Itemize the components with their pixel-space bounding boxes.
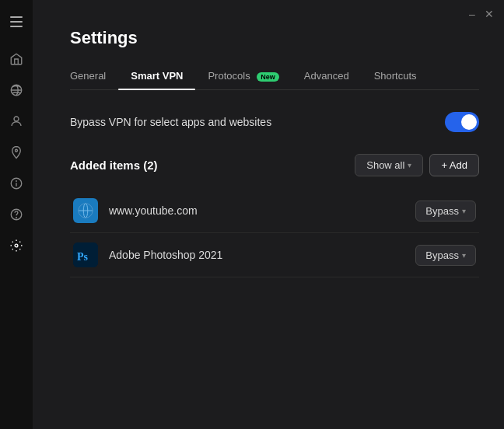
show-all-button[interactable]: Show all ▾ xyxy=(355,154,423,176)
sidebar-item-home[interactable] xyxy=(2,45,30,73)
added-items-title: Added items (2) xyxy=(70,159,158,172)
youtube-icon xyxy=(73,198,98,223)
bypass-toggle-row: Bypass VPN for select apps and websites xyxy=(70,112,479,132)
tab-shortcuts[interactable]: Shortcuts xyxy=(362,64,429,89)
sidebar-item-location[interactable] xyxy=(2,138,30,166)
sidebar-item-settings[interactable] xyxy=(2,232,30,260)
photoshop-bypass-button[interactable]: Bypass ▾ xyxy=(415,245,476,266)
svg-point-8 xyxy=(15,244,18,247)
show-all-chevron-icon: ▾ xyxy=(408,161,411,169)
tab-protocols[interactable]: Protocols New xyxy=(195,64,291,89)
sidebar-item-vpn[interactable] xyxy=(2,76,30,104)
list-item: www.youtube.com Bypass ▾ xyxy=(70,189,479,233)
youtube-bypass-chevron-icon: ▾ xyxy=(462,207,466,215)
titlebar: – ✕ xyxy=(33,0,504,28)
settings-panel: Settings General Smart VPN Protocols New… xyxy=(33,28,504,429)
bypass-toggle-label: Bypass VPN for select apps and websites xyxy=(70,116,271,128)
close-button[interactable]: ✕ xyxy=(484,9,495,19)
photoshop-icon: Ps xyxy=(73,242,98,267)
sidebar-item-help[interactable] xyxy=(2,201,30,228)
add-button[interactable]: + Add xyxy=(429,154,479,176)
svg-text:Ps: Ps xyxy=(77,251,89,263)
sidebar xyxy=(0,0,33,429)
sidebar-menu-button[interactable] xyxy=(2,8,30,36)
bypass-toggle[interactable] xyxy=(445,112,479,132)
list-item: Ps Adobe Photoshop 2021 Bypass ▾ xyxy=(70,233,479,277)
svg-point-1 xyxy=(14,117,19,121)
tab-smart-vpn[interactable]: Smart VPN xyxy=(118,64,195,89)
protocols-badge: New xyxy=(257,72,279,82)
photoshop-item-name: Adobe Photoshop 2021 xyxy=(109,249,404,261)
tabs-bar: General Smart VPN Protocols New Advanced… xyxy=(70,64,479,90)
youtube-bypass-button[interactable]: Bypass ▾ xyxy=(415,201,476,221)
svg-point-2 xyxy=(16,149,18,152)
tab-general[interactable]: General xyxy=(70,64,118,89)
sidebar-item-profile[interactable] xyxy=(2,107,30,135)
added-items-header: Added items (2) Show all ▾ + Add xyxy=(70,154,479,176)
main-panel: – ✕ Settings General Smart VPN Protocols… xyxy=(33,0,504,429)
minimize-button[interactable]: – xyxy=(467,9,478,19)
section-actions: Show all ▾ + Add xyxy=(355,154,479,176)
settings-title: Settings xyxy=(70,28,479,48)
photoshop-bypass-chevron-icon: ▾ xyxy=(462,251,466,260)
tab-advanced[interactable]: Advanced xyxy=(292,64,362,89)
svg-point-7 xyxy=(16,218,17,218)
youtube-item-name: www.youtube.com xyxy=(109,204,404,217)
sidebar-item-info[interactable] xyxy=(2,169,30,197)
